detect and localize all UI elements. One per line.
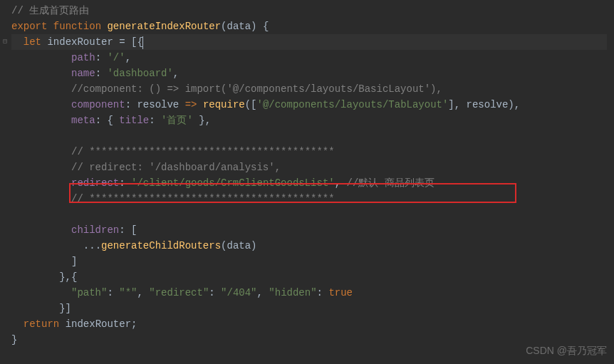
- text-caret: [142, 36, 143, 49]
- code-area[interactable]: // 生成首页路由 export function generateIndexR…: [10, 0, 614, 364]
- code-line: //component: () => import('@/components/…: [11, 81, 614, 97]
- code-line: }: [11, 332, 614, 348]
- code-line: component: resolve => require(['@/compon…: [11, 97, 614, 113]
- code-editor[interactable]: ⊟ // 生成首页路由 export function generateInde…: [0, 0, 614, 364]
- code-line: return indexRouter;: [11, 316, 614, 332]
- vertical-scrollbar[interactable]: [607, 0, 614, 364]
- code-line: "path": "*", "redirect": "/404", "hidden…: [11, 285, 614, 301]
- code-line-current: let indexRouter = [{: [11, 34, 614, 50]
- code-line: // redirect: '/dashboard/analysis',: [11, 160, 614, 175]
- code-line: [11, 128, 614, 144]
- fold-collapse-icon[interactable]: ⊟: [1, 34, 9, 41]
- code-line: }]: [11, 301, 614, 316]
- code-line: },{: [11, 269, 614, 285]
- code-line: ]: [11, 254, 614, 269]
- code-line: // *************************************…: [11, 144, 614, 160]
- code-line: children: [: [11, 222, 614, 238]
- code-line: // 生成首页路由: [11, 3, 614, 19]
- code-line: ...generateChildRouters(data): [11, 238, 614, 254]
- code-line: [11, 207, 614, 222]
- code-line: export function generateIndexRouter(data…: [11, 19, 614, 34]
- code-line: // *************************************…: [11, 191, 614, 207]
- code-line: redirect: '/client/goods/CrmClientGoodsL…: [11, 175, 614, 191]
- code-line: name: 'dashboard',: [11, 66, 614, 81]
- code-line: path: '/',: [11, 50, 614, 66]
- fold-gutter: ⊟: [0, 0, 10, 364]
- code-line: meta: { title: '首页' },: [11, 113, 614, 128]
